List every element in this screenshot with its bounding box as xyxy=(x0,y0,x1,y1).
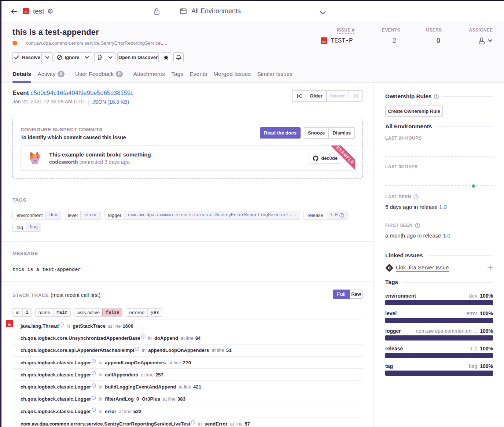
svg-text:?: ? xyxy=(93,372,95,375)
svg-text:?: ? xyxy=(93,384,95,387)
svg-text:?: ? xyxy=(192,421,194,424)
svg-text:?: ? xyxy=(93,360,95,363)
svg-text:?: ? xyxy=(93,396,95,400)
svg-text:?: ? xyxy=(143,335,144,338)
svg-text:?: ? xyxy=(136,347,138,350)
svg-text:?: ? xyxy=(61,323,63,326)
svg-text:?: ? xyxy=(435,95,437,98)
svg-text:?: ? xyxy=(416,224,419,227)
svg-text:?: ? xyxy=(93,408,95,412)
svg-text:?: ? xyxy=(415,195,417,199)
